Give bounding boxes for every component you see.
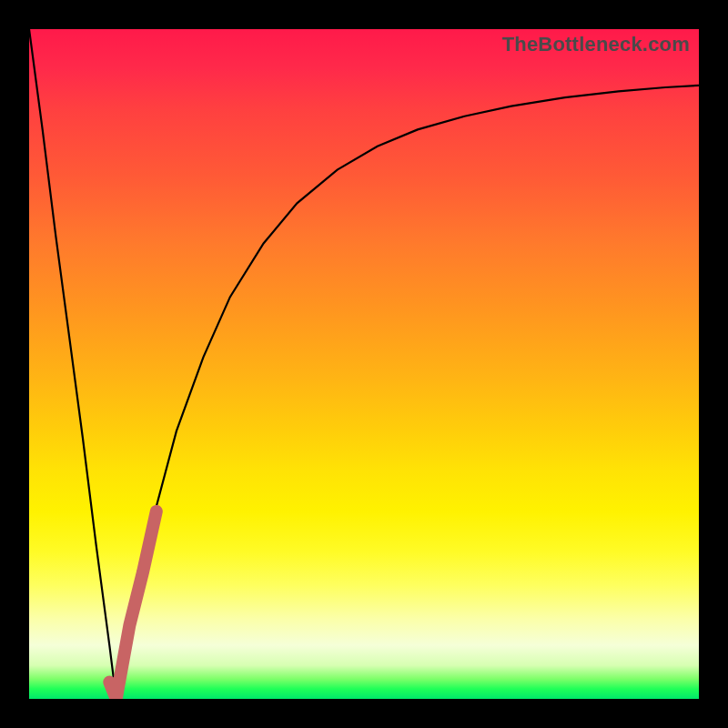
highlight-segment	[109, 511, 157, 699]
right-curve	[116, 86, 699, 699]
watermark-text: TheBottleneck.com	[502, 33, 690, 56]
left-curve	[29, 29, 116, 699]
curves-layer	[29, 29, 699, 699]
chart-container: TheBottleneck.com	[0, 0, 728, 728]
plot-area: TheBottleneck.com	[29, 29, 699, 699]
